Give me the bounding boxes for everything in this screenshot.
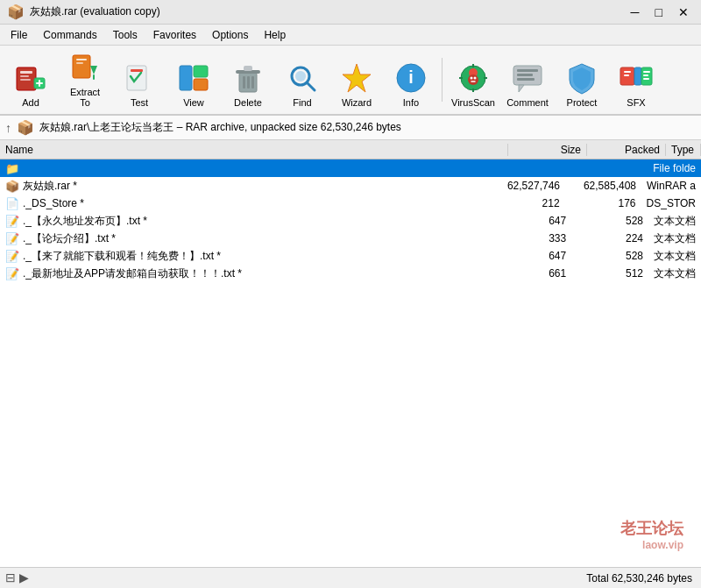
svg-rect-11 <box>93 74 95 80</box>
address-icon: 📦 <box>17 119 34 136</box>
svg-rect-14 <box>180 66 192 90</box>
menu-bar: File Commands Tools Favorites Options He… <box>0 25 701 46</box>
toolbar-separator <box>442 58 443 102</box>
file-size: 212 <box>489 197 565 209</box>
status-text: Total 62,530,246 bytes <box>586 572 692 584</box>
svg-rect-21 <box>247 76 250 89</box>
col-header-name[interactable]: Name <box>0 144 508 156</box>
toolbar-find-button[interactable]: Find <box>277 51 328 110</box>
file-type: 文本文档 <box>648 266 701 281</box>
table-row[interactable]: 📝._【永久地址发布页】.txt *647528文本文档 <box>0 212 701 230</box>
delete-icon <box>230 60 266 96</box>
svg-rect-47 <box>634 67 641 85</box>
add-label: Add <box>22 97 39 108</box>
toolbar-info-button[interactable]: i Info <box>386 51 436 110</box>
info-label: Info <box>403 97 419 108</box>
col-header-packed[interactable]: Packed <box>587 144 666 156</box>
toolbar-add-button[interactable]: Add <box>5 51 56 110</box>
maximize-btn[interactable]: □ <box>650 5 668 19</box>
comment-icon <box>510 60 545 96</box>
svg-marker-43 <box>519 85 524 92</box>
toolbar-test-button[interactable]: Test <box>114 51 165 110</box>
svg-marker-10 <box>90 66 97 74</box>
svg-point-36 <box>471 77 473 80</box>
toolbar-extract-button[interactable]: Extract To <box>60 51 110 110</box>
file-packed: 62,585,408 <box>565 180 641 192</box>
info-icon: i <box>393 60 428 96</box>
protect-label: Protect <box>567 97 598 108</box>
minimize-btn[interactable]: ─ <box>626 5 645 19</box>
file-icon: 📝 <box>5 215 19 228</box>
file-packed: 224 <box>571 232 648 244</box>
toolbar-wizard-button[interactable]: Wizard <box>331 51 382 110</box>
nav-back-btn[interactable]: ↑ <box>5 121 11 135</box>
status-bar: Total 62,530,246 bytes <box>0 567 701 588</box>
menu-help[interactable]: Help <box>257 27 293 43</box>
file-name: ._最新地址及APP请发邮箱自动获取！！！.txt * <box>23 266 242 281</box>
svg-rect-8 <box>76 59 87 60</box>
table-row[interactable]: 📦灰姑娘.rar *62,527,74662,585,408WinRAR a <box>0 177 701 195</box>
table-row[interactable]: 📝._最新地址及APP请发邮箱自动获取！！！.txt *661512文本文档 <box>0 265 701 282</box>
virusscan-label: VirusScan <box>451 97 495 108</box>
file-name: 灰姑娘.rar * <box>23 179 77 194</box>
file-icon: 📁 <box>5 162 19 175</box>
col-header-size[interactable]: Size <box>508 144 587 156</box>
file-size: 647 <box>494 215 571 227</box>
delete-label: Delete <box>234 97 262 108</box>
file-icon: 📝 <box>5 267 19 280</box>
svg-line-24 <box>307 82 315 90</box>
file-packed: 528 <box>571 215 648 227</box>
protect-icon <box>564 60 599 96</box>
file-icon: 📝 <box>5 250 19 263</box>
find-label: Find <box>293 97 311 108</box>
virusscan-icon <box>456 60 491 96</box>
wizard-icon <box>339 60 374 96</box>
toolbar-comment-button[interactable]: Comment <box>502 51 553 110</box>
view-label: View <box>183 97 204 108</box>
toolbar-delete-button[interactable]: Delete <box>223 51 273 110</box>
table-row[interactable]: 📄._DS_Store *212176DS_STOR <box>0 195 701 212</box>
toolbar-protect-button[interactable]: Protect <box>556 51 607 110</box>
menu-favorites[interactable]: Favorites <box>146 27 203 43</box>
svg-point-35 <box>468 74 478 85</box>
add-icon <box>13 60 48 96</box>
bottom-left-icons: ⊟ ▶ <box>5 570 29 584</box>
table-row[interactable]: 📁File folde <box>0 159 701 177</box>
file-type: 文本文档 <box>648 249 701 264</box>
file-size: 62,527,746 <box>489 180 565 192</box>
svg-rect-41 <box>517 74 533 76</box>
view-icon <box>176 60 211 96</box>
col-header-type[interactable]: Type <box>666 144 701 156</box>
table-row[interactable]: 📝._【来了就能下载和观看！纯免费！】.txt *647528文本文档 <box>0 247 701 265</box>
extract-icon <box>67 50 103 85</box>
file-name: ._DS_Store * <box>23 197 84 209</box>
close-btn[interactable]: ✕ <box>673 5 694 19</box>
svg-rect-19 <box>244 66 252 71</box>
toolbar-view-button[interactable]: View <box>168 51 219 110</box>
menu-options[interactable]: Options <box>205 27 255 43</box>
address-path: 灰姑娘.rar\上老王论坛当老王 – RAR archive, unpacked… <box>39 120 696 135</box>
menu-commands[interactable]: Commands <box>36 27 103 43</box>
menu-tools[interactable]: Tools <box>106 27 145 43</box>
svg-rect-9 <box>76 62 83 64</box>
toolbar: Add Extract To Test <box>0 46 701 116</box>
extract-label: Extract To <box>64 87 106 108</box>
svg-text:i: i <box>408 67 414 87</box>
menu-file[interactable]: File <box>4 27 34 43</box>
bottom-icon-1: ⊟ <box>5 570 16 584</box>
table-row[interactable]: 📝._【论坛介绍】.txt *333224文本文档 <box>0 230 701 247</box>
svg-rect-1 <box>20 71 32 74</box>
svg-rect-16 <box>194 79 208 90</box>
file-packed: 176 <box>565 197 641 209</box>
toolbar-virusscan-button[interactable]: VirusScan <box>448 51 499 110</box>
svg-rect-46 <box>624 74 629 76</box>
svg-rect-15 <box>194 66 208 77</box>
comment-label: Comment <box>506 97 549 108</box>
svg-marker-26 <box>343 64 371 92</box>
svg-rect-13 <box>131 69 143 72</box>
toolbar-sfx-button[interactable]: SFX <box>611 51 662 110</box>
file-icon: 📄 <box>5 197 19 210</box>
svg-point-37 <box>474 77 477 80</box>
window-title: 灰姑娘.rar (evaluation copy) <box>30 4 160 19</box>
test-label: Test <box>131 97 148 108</box>
